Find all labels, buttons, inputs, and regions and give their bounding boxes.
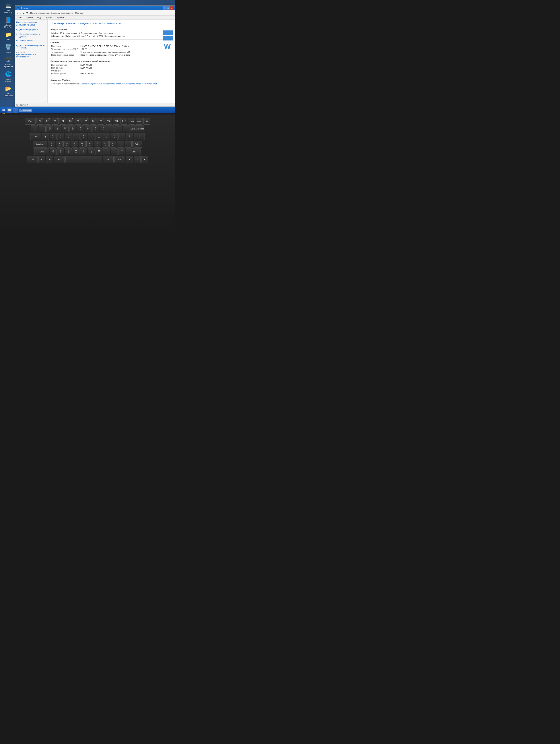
key-a[interactable]: AФ <box>48 141 55 148</box>
close-button[interactable]: ✕ <box>170 6 173 10</box>
maximize-button[interactable]: □ <box>166 6 170 10</box>
key-f12[interactable]: F12 <box>120 118 127 124</box>
key-space[interactable] <box>66 156 102 163</box>
key-semicolon[interactable]: :; <box>117 141 124 148</box>
desktop-icon-this-pc[interactable]: 💻 Этоткомпьютер <box>1 2 15 14</box>
key-alt-left[interactable]: Alt <box>54 156 65 163</box>
breadcrumb-control-panel[interactable]: Панель управления <box>30 12 49 14</box>
desktop-icon-control-panel[interactable]: 🖥️ Панельуправления <box>1 56 15 68</box>
key-win[interactable]: ⊞ <box>46 156 53 163</box>
key-f6[interactable]: 🔉F6 <box>75 118 81 124</box>
key-f11[interactable]: ⏭⏭F11 <box>113 118 120 124</box>
key-minus[interactable]: _- <box>115 125 122 132</box>
sidebar-home-link[interactable]: Панель управления — домашняя страница <box>16 21 46 26</box>
menu-view[interactable]: Вид <box>36 16 41 19</box>
minimize-button[interactable]: ─ <box>163 6 166 10</box>
cortana-button[interactable]: ⬜ <box>7 108 12 113</box>
key-arrow-down[interactable]: ▼ <box>134 156 141 163</box>
key-y[interactable]: YН <box>80 133 87 140</box>
key-h[interactable]: HР <box>86 141 93 148</box>
key-ctrl-right[interactable]: Ctrl <box>114 156 125 163</box>
taskbar-system-app[interactable]: 🖥️ Система <box>19 109 32 112</box>
key-z[interactable]: ZЯ <box>50 148 56 155</box>
key-period[interactable]: >. <box>111 148 118 155</box>
breadcrumb-security[interactable]: Система и безопасность <box>50 12 74 14</box>
desktop-icon-ms-word[interactable]: 📘 MicrosoftOffice Wo... <box>1 16 15 28</box>
key-r[interactable]: RК <box>65 133 72 140</box>
key-arrow-left[interactable]: ◄ <box>126 156 133 163</box>
activation-link[interactable]: Условия лицензионного соглашения на испо… <box>81 82 172 85</box>
key-f10[interactable]: ⏭F10 <box>105 118 112 124</box>
key-caps[interactable]: Caps Lock <box>33 141 47 148</box>
key-8[interactable]: *8 <box>92 125 99 132</box>
key-i[interactable]: IШ <box>95 133 103 140</box>
key-v[interactable]: VМ <box>73 148 79 155</box>
key-quote[interactable]: "' <box>125 141 132 148</box>
key-j[interactable]: JО <box>94 141 101 148</box>
key-alt-right[interactable]: Alt <box>103 156 114 163</box>
key-shift-right[interactable]: Shift <box>126 148 141 155</box>
up-button[interactable]: ▲ <box>23 12 25 14</box>
key-f8[interactable]: ⏮F8 <box>90 118 97 124</box>
key-equals[interactable]: += <box>123 125 130 132</box>
sidebar-device-manager[interactable]: 🛡 Диспетчер устройств <box>16 29 46 32</box>
key-shift-left[interactable]: Shift <box>34 148 49 155</box>
key-n[interactable]: NТ <box>88 148 95 155</box>
key-q[interactable]: QЙ <box>42 133 49 140</box>
key-comma[interactable]: <, <box>103 148 110 155</box>
key-b[interactable]: BИ <box>80 148 87 155</box>
sidebar-remote-access[interactable]: 🛡 Настройка удалённого доступа <box>16 33 46 38</box>
key-backtick[interactable]: ~` <box>31 125 38 132</box>
desktop-icon-total-commander[interactable]: 📂 TotalCommander <box>1 85 15 97</box>
key-prtscr[interactable]: PrtScr <box>136 118 143 124</box>
key-f9[interactable]: ⏯F9 <box>97 118 105 124</box>
key-g[interactable]: GП <box>79 141 86 148</box>
desktop-icon-recycle-bin[interactable]: 🗑️ Корзина <box>1 43 15 53</box>
key-7[interactable]: &7 <box>85 125 91 132</box>
menu-edit[interactable]: Правка <box>25 16 34 19</box>
sidebar-security-center-link[interactable]: Центр безопасности и обслуживания <box>16 53 46 58</box>
key-slash[interactable]: ?/ <box>119 148 125 155</box>
task-view-button[interactable]: ☰ <box>13 108 18 113</box>
key-f[interactable]: FА <box>71 141 78 148</box>
key-bracket-right[interactable]: }] <box>126 133 133 140</box>
key-2[interactable]: @2 <box>46 125 53 132</box>
key-ctrl-left[interactable]: Ctrl <box>27 156 38 163</box>
key-w[interactable]: WЦ <box>50 133 56 140</box>
menu-service[interactable]: Сервис <box>44 16 52 19</box>
key-5[interactable]: %5 <box>69 125 76 132</box>
key-esc[interactable]: Esc <box>25 118 36 124</box>
back-button[interactable]: ◄ <box>16 12 18 14</box>
key-o[interactable]: OЩ <box>103 133 110 140</box>
key-insert[interactable]: Insert <box>128 118 135 124</box>
key-6[interactable]: ^6 <box>77 125 84 132</box>
key-e[interactable]: EУ <box>57 133 64 140</box>
sidebar-system-protection[interactable]: 🛡 Защита системы <box>16 40 46 43</box>
key-f4[interactable]: ⚙F4 <box>59 118 66 124</box>
key-t[interactable]: TЕ <box>73 133 79 140</box>
breadcrumb-system[interactable]: Система <box>75 12 83 14</box>
key-x[interactable]: XЧ <box>57 148 64 155</box>
key-m[interactable]: MЬ <box>95 148 103 155</box>
key-0[interactable]: )0 <box>108 125 115 132</box>
key-k[interactable]: KЛ <box>102 141 109 148</box>
key-bracket-left[interactable]: {[ <box>119 133 125 140</box>
key-tab[interactable]: Tab <box>30 133 41 140</box>
key-arrow-right[interactable]: ► <box>141 156 148 163</box>
key-u[interactable]: UГ <box>88 133 95 140</box>
forward-button[interactable]: ► <box>19 12 22 14</box>
key-c[interactable]: CС <box>65 148 72 155</box>
key-4[interactable]: $4 <box>62 125 69 132</box>
key-backslash[interactable]: |\ <box>134 133 145 140</box>
key-delete[interactable]: Del <box>144 118 150 124</box>
menu-file[interactable]: Файл <box>16 16 23 19</box>
key-f1[interactable]: ◀◀F1 <box>36 118 43 124</box>
key-f3[interactable]: ⚙F3 <box>51 118 58 124</box>
desktop-icon-chrome[interactable]: 🌐 GoogleChrome <box>1 70 15 82</box>
start-button[interactable]: ⊞ <box>1 108 6 113</box>
key-d[interactable]: DВ <box>64 141 70 148</box>
key-fn[interactable]: Fn <box>38 156 45 163</box>
sidebar-advanced-settings[interactable]: 🛡 Дополнительные параметры системы <box>16 44 46 49</box>
key-backspace[interactable]: ⌫ Backspace <box>130 125 144 132</box>
key-1[interactable]: !1 <box>39 125 46 132</box>
